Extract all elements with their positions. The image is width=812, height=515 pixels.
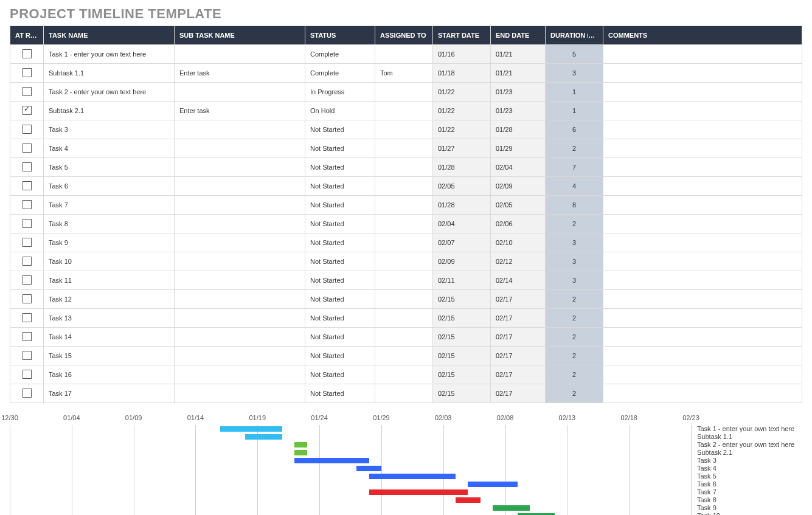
assigned-cell[interactable] — [375, 45, 433, 64]
comments-cell[interactable] — [603, 252, 802, 271]
comments-cell[interactable] — [603, 384, 802, 403]
status-cell[interactable]: Not Started — [305, 139, 375, 158]
assigned-cell[interactable] — [375, 328, 433, 347]
sub-task-cell[interactable] — [175, 347, 305, 365]
assigned-cell[interactable] — [375, 290, 433, 309]
start-date-cell[interactable]: 01/22 — [433, 83, 491, 102]
end-date-cell[interactable]: 02/12 — [491, 252, 546, 271]
gantt-bar[interactable] — [369, 474, 456, 479]
task-name-cell[interactable]: Subtask 1.1 — [44, 64, 175, 83]
start-date-cell[interactable]: 01/28 — [433, 196, 491, 215]
comments-cell[interactable] — [603, 328, 802, 347]
sub-task-cell[interactable] — [175, 215, 305, 233]
gantt-bar[interactable] — [294, 450, 307, 455]
start-date-cell[interactable]: 02/15 — [433, 290, 491, 309]
assigned-cell[interactable] — [375, 384, 433, 403]
status-cell[interactable]: Not Started — [305, 252, 375, 271]
sub-task-cell[interactable] — [175, 384, 305, 403]
comments-cell[interactable] — [603, 120, 802, 139]
assigned-cell[interactable] — [375, 83, 433, 102]
sub-task-cell[interactable]: Enter task — [175, 102, 305, 120]
start-date-cell[interactable]: 02/07 — [433, 233, 491, 252]
end-date-cell[interactable]: 02/17 — [491, 309, 546, 328]
assigned-cell[interactable] — [375, 271, 433, 290]
comments-cell[interactable] — [603, 233, 802, 252]
at-risk-checkbox[interactable] — [23, 200, 32, 209]
at-risk-checkbox[interactable] — [23, 351, 32, 360]
sub-task-cell[interactable] — [175, 196, 305, 215]
status-cell[interactable]: Complete — [305, 64, 375, 83]
sub-task-cell[interactable] — [175, 158, 305, 177]
end-date-cell[interactable]: 02/14 — [491, 271, 546, 290]
comments-cell[interactable] — [603, 83, 802, 102]
end-date-cell[interactable]: 02/17 — [491, 384, 546, 403]
at-risk-checkbox[interactable] — [23, 106, 32, 115]
comments-cell[interactable] — [603, 45, 802, 64]
assigned-cell[interactable] — [375, 215, 433, 233]
task-name-cell[interactable]: Subtask 2.1 — [44, 102, 175, 120]
end-date-cell[interactable]: 02/10 — [491, 233, 546, 252]
gantt-bar[interactable] — [294, 442, 307, 448]
at-risk-checkbox[interactable] — [23, 389, 32, 398]
sub-task-cell[interactable] — [175, 328, 305, 347]
sub-task-cell[interactable] — [175, 271, 305, 290]
task-name-cell[interactable]: Task 12 — [44, 290, 175, 309]
end-date-cell[interactable]: 02/17 — [491, 290, 546, 309]
end-date-cell[interactable]: 01/21 — [491, 64, 546, 83]
task-name-cell[interactable]: Task 3 — [44, 120, 175, 139]
task-name-cell[interactable]: Task 16 — [44, 365, 175, 384]
start-date-cell[interactable]: 02/15 — [433, 328, 491, 347]
status-cell[interactable]: Not Started — [305, 196, 375, 215]
start-date-cell[interactable]: 01/22 — [433, 102, 491, 120]
comments-cell[interactable] — [603, 271, 802, 290]
assigned-cell[interactable] — [375, 252, 433, 271]
at-risk-checkbox[interactable] — [23, 143, 32, 153]
end-date-cell[interactable]: 02/17 — [491, 328, 546, 347]
sub-task-cell[interactable] — [175, 177, 305, 196]
task-name-cell[interactable]: Task 2 - enter your own text here — [44, 83, 175, 102]
gantt-bar[interactable] — [456, 497, 481, 503]
end-date-cell[interactable]: 01/23 — [491, 102, 546, 120]
task-name-cell[interactable]: Task 10 — [44, 252, 175, 271]
start-date-cell[interactable]: 01/28 — [433, 158, 491, 177]
at-risk-checkbox[interactable] — [23, 313, 32, 322]
assigned-cell[interactable] — [375, 120, 433, 139]
status-cell[interactable]: Not Started — [305, 384, 375, 403]
comments-cell[interactable] — [603, 290, 802, 309]
end-date-cell[interactable]: 02/04 — [491, 158, 546, 177]
sub-task-cell[interactable] — [175, 309, 305, 328]
at-risk-checkbox[interactable] — [23, 370, 32, 379]
comments-cell[interactable] — [603, 158, 802, 177]
assigned-cell[interactable] — [375, 102, 433, 120]
task-name-cell[interactable]: Task 7 — [44, 196, 175, 215]
status-cell[interactable]: Not Started — [305, 347, 375, 365]
task-name-cell[interactable]: Task 9 — [44, 233, 175, 252]
assigned-cell[interactable] — [375, 233, 433, 252]
sub-task-cell[interactable] — [175, 83, 305, 102]
task-name-cell[interactable]: Task 17 — [44, 384, 175, 403]
status-cell[interactable]: Not Started — [305, 233, 375, 252]
status-cell[interactable]: Not Started — [305, 271, 375, 290]
end-date-cell[interactable]: 02/06 — [491, 215, 546, 233]
start-date-cell[interactable]: 01/22 — [433, 120, 491, 139]
gantt-bar[interactable] — [294, 458, 369, 463]
assigned-cell[interactable] — [375, 177, 433, 196]
end-date-cell[interactable]: 01/23 — [491, 83, 546, 102]
status-cell[interactable]: On Hold — [305, 102, 375, 120]
comments-cell[interactable] — [603, 309, 802, 328]
status-cell[interactable]: Not Started — [305, 328, 375, 347]
at-risk-checkbox[interactable] — [23, 87, 32, 96]
at-risk-checkbox[interactable] — [23, 181, 32, 190]
gantt-bar[interactable] — [369, 489, 468, 495]
task-name-cell[interactable]: Task 11 — [44, 271, 175, 290]
sub-task-cell[interactable] — [175, 290, 305, 309]
status-cell[interactable]: Not Started — [305, 365, 375, 384]
status-cell[interactable]: Not Started — [305, 309, 375, 328]
start-date-cell[interactable]: 02/09 — [433, 252, 491, 271]
task-name-cell[interactable]: Task 6 — [44, 177, 175, 196]
at-risk-checkbox[interactable] — [23, 332, 32, 341]
gantt-bar[interactable] — [220, 426, 282, 432]
assigned-cell[interactable] — [375, 309, 433, 328]
comments-cell[interactable] — [603, 64, 802, 83]
status-cell[interactable]: Not Started — [305, 290, 375, 309]
